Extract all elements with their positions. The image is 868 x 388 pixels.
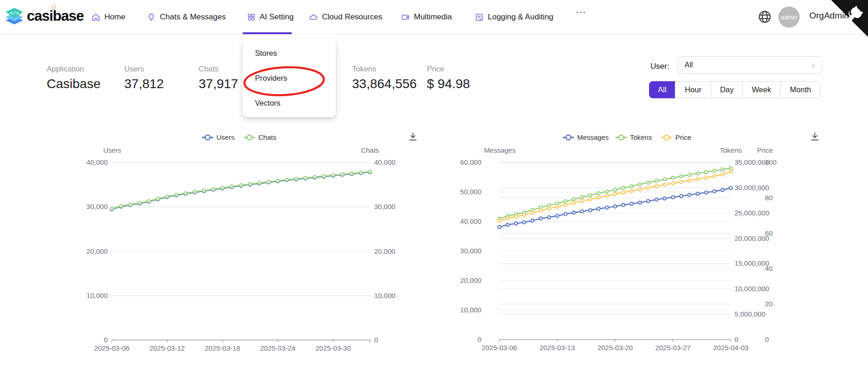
nav-label: Cloud Resources xyxy=(322,12,382,22)
audit-icon xyxy=(475,13,484,22)
chevron-down-icon: ∨ xyxy=(811,62,815,69)
grid-lines xyxy=(112,162,370,296)
casibase-logo-icon: </> xyxy=(5,6,24,26)
grid-icon xyxy=(247,13,255,21)
avatar[interactable]: admin xyxy=(778,6,800,28)
user-select[interactable]: All ∨ xyxy=(678,56,822,74)
svg-text:20,000: 20,000 xyxy=(374,247,395,255)
menu-item-vectors[interactable]: Vectors xyxy=(243,90,336,115)
range-button-all[interactable]: All xyxy=(649,81,675,98)
svg-text:0: 0 xyxy=(374,336,378,344)
legend-item-messages[interactable]: Messages xyxy=(563,133,608,141)
legend-item-users[interactable]: Users xyxy=(202,133,235,141)
svg-text:Users: Users xyxy=(103,146,121,154)
stat-value-application: Casibase xyxy=(47,77,101,91)
top-navbar: </> casibase ✩ Home Chats & Messages xyxy=(0,0,868,35)
download-chart-button[interactable] xyxy=(809,131,821,143)
range-button-hour[interactable]: Hour xyxy=(675,81,711,98)
logo-star-icon: ✩ xyxy=(51,3,57,12)
svg-text:Users: Users xyxy=(217,133,235,141)
casibase-dashboard: </> casibase ✩ Home Chats & Messages xyxy=(0,0,868,388)
nav-more-button[interactable]: ··· xyxy=(576,6,586,17)
svg-text:60: 60 xyxy=(765,229,773,237)
svg-text:0: 0 xyxy=(478,335,481,343)
svg-text:2025-03-06: 2025-03-06 xyxy=(482,344,517,352)
svg-text:80: 80 xyxy=(765,194,773,202)
legend-item-chats[interactable]: Chats xyxy=(244,133,276,141)
legend-item-price[interactable]: Price xyxy=(661,133,691,141)
y-axis-chats: 40,00030,00020,00010,0000Chats xyxy=(361,146,395,344)
svg-text:Price: Price xyxy=(757,146,773,154)
users-chats-line-chart: 40,00030,00020,00010,0000Users40,00030,0… xyxy=(69,123,439,358)
svg-text:Chats: Chats xyxy=(361,146,379,154)
range-button-month[interactable]: Month xyxy=(780,81,821,98)
svg-text:20,000: 20,000 xyxy=(460,276,481,284)
svg-text:30,000,000: 30,000,000 xyxy=(734,184,769,191)
stat-value-users: 37,812 xyxy=(124,77,164,91)
nav-item-multimedia[interactable]: Multimedia xyxy=(401,10,452,24)
avatar-text: admin xyxy=(781,14,797,21)
user-filter-label: User: xyxy=(650,62,669,71)
stat-label-users: Users xyxy=(124,65,144,73)
download-icon xyxy=(407,131,419,142)
time-range-segmented-control: All Hour Day Week Month xyxy=(649,81,821,98)
svg-text:0: 0 xyxy=(734,335,738,343)
github-corner-link[interactable] xyxy=(831,0,868,37)
svg-text:Price: Price xyxy=(675,133,691,141)
language-globe-icon[interactable] xyxy=(758,10,772,26)
active-nav-underline xyxy=(243,32,292,34)
svg-text:40,000: 40,000 xyxy=(86,158,108,166)
svg-text:5,000,000: 5,000,000 xyxy=(734,310,765,318)
svg-text:2025-03-27: 2025-03-27 xyxy=(655,344,691,352)
series-chats xyxy=(110,170,372,210)
menu-item-stores[interactable]: Stores xyxy=(243,41,336,66)
svg-text:</>: </> xyxy=(10,11,19,16)
nav-label: AI Setting xyxy=(260,12,294,22)
svg-text:20,000,000: 20,000,000 xyxy=(734,234,769,242)
nav-item-chats-messages[interactable]: Chats & Messages xyxy=(147,10,226,24)
nav-label: Logging & Auditing xyxy=(488,12,553,22)
ai-setting-dropdown-menu: Stores Providers Vectors xyxy=(243,39,336,117)
svg-text:Chats: Chats xyxy=(258,133,276,141)
range-button-day[interactable]: Day xyxy=(711,81,743,98)
video-camera-icon xyxy=(401,13,410,22)
svg-text:10,000: 10,000 xyxy=(86,292,108,299)
menu-item-providers[interactable]: Providers xyxy=(243,66,336,90)
legend-item-tokens[interactable]: Tokens xyxy=(616,133,652,141)
nav-item-home[interactable]: Home xyxy=(91,10,125,24)
nav-label: Home xyxy=(104,12,125,22)
casibase-logo[interactable]: </> casibase ✩ xyxy=(5,6,84,26)
stat-value-price: $ 94.98 xyxy=(427,77,470,91)
svg-text:2025-04-03: 2025-04-03 xyxy=(713,344,749,352)
svg-text:25,000,000: 25,000,000 xyxy=(734,209,769,217)
y-axis-tokens: 35,000,00030,000,00025,000,00020,000,000… xyxy=(720,146,769,343)
nav-item-logging-auditing[interactable]: Logging & Auditing xyxy=(475,10,553,24)
svg-text:2025-03-06: 2025-03-06 xyxy=(94,344,130,352)
x-axis: 2025-03-062025-03-122025-03-182025-03-24… xyxy=(94,340,370,352)
y-axis-messages: 60,00050,00040,00030,00020,00010,0000Mes… xyxy=(460,146,516,343)
svg-text:100: 100 xyxy=(765,158,777,166)
svg-text:40,000: 40,000 xyxy=(460,217,481,225)
nav-item-cloud-resources[interactable]: Cloud Resources xyxy=(309,10,382,24)
stat-value-chats: 37,917 xyxy=(199,77,238,91)
nav-label: Multimedia xyxy=(414,12,452,22)
svg-text:60,000: 60,000 xyxy=(460,158,481,166)
nav-label: Chats & Messages xyxy=(160,12,226,22)
svg-text:10,000,000: 10,000,000 xyxy=(734,285,769,292)
x-axis: 2025-03-062025-03-132025-03-202025-03-27… xyxy=(482,340,749,352)
svg-text:30,000: 30,000 xyxy=(374,203,395,210)
stat-value-tokens: 33,864,556 xyxy=(352,77,417,91)
svg-text:0: 0 xyxy=(765,335,769,343)
download-chart-button[interactable] xyxy=(407,131,419,143)
nav-item-ai-setting[interactable]: AI Setting xyxy=(247,10,294,24)
svg-text:0: 0 xyxy=(104,336,108,344)
lightbulb-icon xyxy=(147,13,156,22)
svg-text:2025-03-24: 2025-03-24 xyxy=(260,344,296,352)
svg-text:20,000: 20,000 xyxy=(86,247,108,255)
messages-tokens-price-line-chart: 60,00050,00040,00030,00020,00010,0000Mes… xyxy=(443,123,868,358)
range-button-week[interactable]: Week xyxy=(742,81,781,98)
stat-label-application: Application xyxy=(47,65,84,73)
svg-text:2025-03-18: 2025-03-18 xyxy=(205,344,240,352)
svg-text:15,000,000: 15,000,000 xyxy=(734,259,769,267)
svg-text:40: 40 xyxy=(765,264,773,272)
